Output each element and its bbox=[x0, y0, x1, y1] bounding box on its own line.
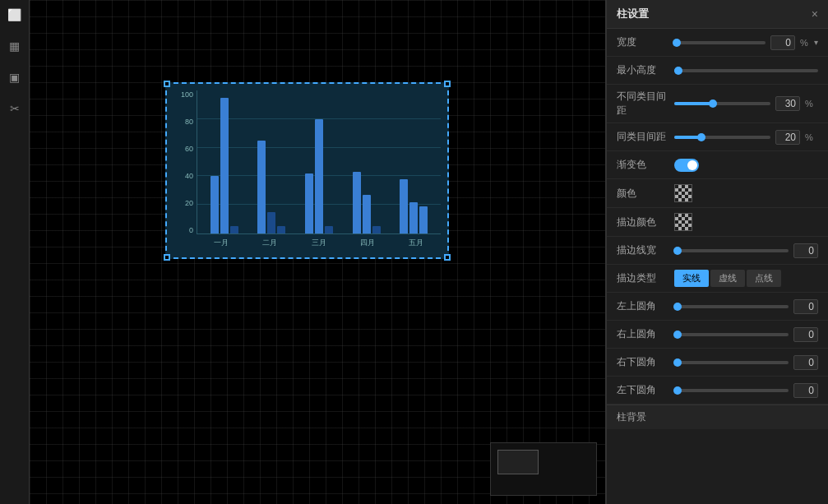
prop-label-diff-gap: 不同类目间距 bbox=[617, 90, 674, 118]
calendar-icon[interactable]: ▦ bbox=[7, 38, 23, 54]
prop-value-width[interactable]: 0 bbox=[770, 35, 795, 50]
prop-label-top-left-radius: 左上圆角 bbox=[617, 299, 674, 313]
slider-track-min-height[interactable] bbox=[674, 69, 818, 72]
bar-group-3 bbox=[295, 90, 343, 234]
prop-control-same-gap: 20 % bbox=[674, 130, 818, 145]
unit-dropdown-width[interactable]: % ▾ bbox=[800, 38, 818, 48]
prop-control-width: 0 % ▾ bbox=[674, 35, 818, 50]
prop-row-top-left-radius: 左上圆角 0 bbox=[607, 293, 828, 321]
bar bbox=[305, 173, 313, 234]
chart-icon[interactable]: ⬜ bbox=[7, 7, 23, 23]
prop-control-diff-gap: 30 % bbox=[674, 96, 818, 111]
bar bbox=[210, 176, 219, 234]
slider-track-width[interactable] bbox=[674, 41, 766, 44]
prop-label-bottom-left-radius: 左下圆角 bbox=[617, 383, 674, 397]
prop-label-width: 宽度 bbox=[617, 35, 674, 49]
prop-label-bottom-right-radius: 右下圆角 bbox=[617, 355, 674, 369]
handle-tr[interactable] bbox=[444, 81, 451, 87]
bar bbox=[372, 226, 381, 234]
handle-br[interactable] bbox=[444, 254, 451, 261]
prop-unit-width: % bbox=[800, 38, 813, 48]
bar-group-2 bbox=[248, 90, 296, 234]
prop-row-stroke-width: 描边线宽 0 bbox=[607, 237, 828, 265]
slider-track-bottom-right-radius[interactable] bbox=[674, 361, 789, 364]
prop-label-same-gap: 同类目间距 bbox=[617, 130, 674, 144]
minimap bbox=[490, 442, 597, 496]
prop-row-width: 宽度 0 % ▾ bbox=[607, 29, 828, 57]
bar bbox=[257, 141, 266, 234]
prop-row-bottom-left-radius: 左下圆角 0 bbox=[607, 377, 828, 405]
canvas-area: 100 80 60 40 20 0 bbox=[30, 0, 605, 504]
prop-value-top-right-radius[interactable]: 0 bbox=[793, 327, 818, 342]
prop-value-same-gap[interactable]: 20 bbox=[775, 130, 800, 145]
handle-tl[interactable] bbox=[164, 81, 170, 87]
toggle-knob-gradient bbox=[687, 160, 697, 170]
prop-value-bottom-left-radius[interactable]: 0 bbox=[793, 383, 818, 398]
panel-close-button[interactable]: × bbox=[812, 7, 818, 21]
prop-row-min-height: 最小高度 bbox=[607, 57, 828, 85]
prop-row-stroke-type: 描边类型 实线 虚线 点线 bbox=[607, 265, 828, 293]
prop-label-stroke-type: 描边类型 bbox=[617, 271, 674, 285]
x-label-jan: 一月 bbox=[197, 234, 245, 251]
color-swatch[interactable] bbox=[674, 184, 692, 202]
panel-header: 柱设置 × bbox=[607, 0, 828, 29]
section-label-bar-background: 柱背景 bbox=[607, 405, 828, 429]
prop-unit-diff-gap: % bbox=[805, 99, 818, 109]
left-sidebar: ⬜ ▦ ▣ ✂ bbox=[0, 0, 30, 504]
prop-control-gradient bbox=[674, 159, 818, 172]
bar bbox=[363, 195, 371, 234]
prop-label-stroke-width: 描边线宽 bbox=[617, 243, 674, 257]
bar bbox=[315, 119, 323, 234]
slider-track-same-gap[interactable] bbox=[674, 136, 770, 139]
bar bbox=[400, 179, 408, 234]
plot-area bbox=[197, 90, 441, 234]
monitor-icon[interactable]: ▣ bbox=[7, 69, 23, 86]
y-label-80: 80 bbox=[185, 118, 193, 126]
prop-control-bottom-right-radius: 0 bbox=[674, 355, 818, 370]
stroke-btn-solid[interactable]: 实线 bbox=[674, 270, 709, 287]
stroke-type-buttons: 实线 虚线 点线 bbox=[674, 270, 781, 287]
toggle-gradient[interactable] bbox=[674, 159, 699, 172]
prop-label-gradient: 渐变色 bbox=[617, 158, 674, 172]
prop-value-diff-gap[interactable]: 30 bbox=[775, 96, 800, 111]
prop-row-diff-gap: 不同类目间距 30 % bbox=[607, 85, 828, 123]
x-label-may: 五月 bbox=[392, 234, 441, 251]
bar bbox=[220, 98, 229, 234]
right-panel: 柱设置 × 宽度 0 % ▾ 最小高度 bbox=[606, 0, 828, 504]
bar bbox=[325, 226, 333, 234]
prop-label-top-right-radius: 右上圆角 bbox=[617, 327, 674, 341]
chart-widget[interactable]: 100 80 60 40 20 0 bbox=[165, 82, 449, 259]
handle-bl[interactable] bbox=[164, 254, 170, 261]
prop-row-same-gap: 同类目间距 20 % bbox=[607, 123, 828, 151]
y-label-40: 40 bbox=[185, 172, 193, 180]
prop-row-stroke-color: 描边颜色 bbox=[607, 208, 828, 237]
prop-value-top-left-radius[interactable]: 0 bbox=[793, 299, 818, 314]
prop-row-gradient: 渐变色 bbox=[607, 151, 828, 179]
x-label-feb: 二月 bbox=[245, 234, 294, 251]
bar bbox=[353, 172, 361, 234]
prop-control-stroke-type: 实线 虚线 点线 bbox=[674, 270, 818, 287]
panel-section: 宽度 0 % ▾ 最小高度 bbox=[607, 29, 828, 405]
bar bbox=[409, 202, 418, 234]
minimap-thumb[interactable] bbox=[497, 450, 539, 474]
stroke-btn-dotted[interactable]: 点线 bbox=[747, 270, 781, 287]
prop-row-color: 颜色 bbox=[607, 179, 828, 208]
y-label-20: 20 bbox=[185, 199, 193, 207]
stroke-color-swatch[interactable] bbox=[674, 213, 692, 231]
y-label-60: 60 bbox=[185, 145, 193, 153]
stroke-btn-dashed[interactable]: 虚线 bbox=[710, 270, 745, 287]
prop-value-stroke-width[interactable]: 0 bbox=[793, 243, 818, 258]
slider-track-diff-gap[interactable] bbox=[674, 102, 770, 105]
slider-track-top-left-radius[interactable] bbox=[674, 305, 789, 308]
prop-value-bottom-right-radius[interactable]: 0 bbox=[793, 355, 818, 370]
bar-group-4 bbox=[343, 90, 391, 234]
y-label-100: 100 bbox=[181, 90, 193, 99]
bars-container bbox=[197, 90, 441, 234]
scissors-icon[interactable]: ✂ bbox=[7, 100, 23, 117]
slider-track-top-right-radius[interactable] bbox=[674, 333, 789, 336]
bar bbox=[267, 212, 275, 234]
prop-control-min-height bbox=[674, 69, 818, 72]
slider-track-stroke-width[interactable] bbox=[674, 249, 789, 252]
bar bbox=[277, 226, 285, 234]
slider-track-bottom-left-radius[interactable] bbox=[674, 389, 789, 392]
